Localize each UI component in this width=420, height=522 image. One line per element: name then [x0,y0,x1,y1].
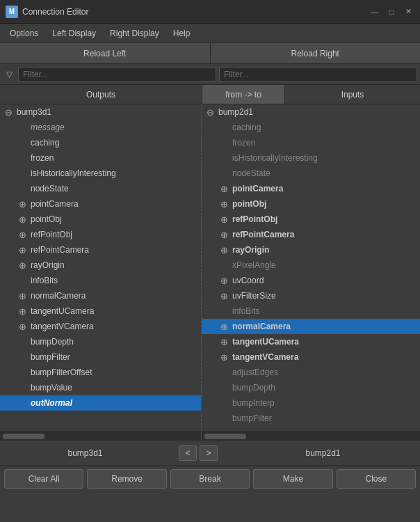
list-item[interactable]: bumpFilter [0,349,201,365]
minimize-button[interactable]: — [369,6,381,18]
menu-help[interactable]: Help [166,26,197,41]
left-list[interactable]: ⊖bump3d1messagecachingfrozenisHistorical… [0,104,201,432]
list-item[interactable]: message [0,120,201,135]
column-headers: Outputs from -> to Inputs [0,85,420,104]
filter-left-input[interactable] [18,67,216,82]
item-label: rayOrigin [31,260,198,270]
col-header-from-to[interactable]: from -> to [202,85,285,104]
list-item[interactable]: ⊕pointCamera [202,181,420,196]
spacer-icon [17,152,28,164]
item-label: refPointCamera [232,230,417,239]
list-item[interactable]: xPixelAngle [202,258,420,273]
item-label: bumpInterp [232,398,417,408]
close-window-button[interactable]: ✕ [402,6,414,18]
list-item[interactable]: ⊕tangentUCamera [202,334,420,349]
right-hscroll[interactable] [202,432,420,440]
item-label: isHistoricallyInteresting [31,168,198,178]
list-item[interactable]: infoBits [0,273,201,288]
list-item[interactable]: nodeState [0,181,201,196]
expand-icon: ⊕ [17,244,28,255]
item-label: refPointCamera [31,245,198,255]
item-label: bumpFilter [31,352,198,362]
menu-right-display[interactable]: Right Display [103,26,166,41]
right-hscroll-thumb [204,434,246,439]
list-item[interactable]: caching [202,120,420,135]
close-button[interactable]: Close [337,469,416,489]
list-item[interactable]: ⊕refPointObj [202,212,420,227]
item-label: pointCamera [232,184,417,193]
collapse-icon: ⊖ [204,106,216,118]
item-label: refPointObj [31,230,198,239]
reload-left-button[interactable]: Reload Left [0,43,210,63]
arrow-right-button[interactable]: > [200,445,218,461]
list-item[interactable]: caching [0,135,201,150]
list-item[interactable]: ⊕normalCamera [0,288,201,303]
item-label: infoBits [232,306,417,316]
break-button[interactable]: Break [170,469,250,489]
list-item[interactable]: outNormal [0,395,201,411]
reload-bar: Reload Left Reload Right [0,43,420,64]
spacer-icon [17,183,28,194]
right-list[interactable]: ⊖bump2d1cachingfrozenisHistoricallyInter… [202,104,420,432]
item-label: bumpDepth [232,383,417,393]
list-item[interactable]: frozen [202,135,420,150]
item-label: bumpValue [31,383,198,393]
list-item[interactable]: ⊕rayOrigin [0,258,201,273]
expand-icon: ⊕ [218,214,229,225]
list-item[interactable]: infoBits [202,303,420,319]
list-item[interactable]: isHistoricallyInteresting [202,150,420,166]
list-item[interactable]: bumpDepth [0,334,201,349]
list-item[interactable]: ⊕uvCoord [202,273,420,288]
col-header-inputs[interactable]: Inputs [285,85,420,104]
spacer-icon [17,382,28,393]
item-label: isHistoricallyInteresting [232,153,417,163]
list-item[interactable]: ⊕pointObj [0,212,201,227]
list-item[interactable]: ⊕pointObj [202,196,420,212]
list-item[interactable]: frozen [0,150,201,166]
spacer-icon [218,397,229,409]
menu-left-display[interactable]: Left Display [45,26,103,41]
item-label: adjustEdges [232,367,417,377]
list-item[interactable]: bumpFilter [202,411,420,426]
list-item[interactable]: ⊕tangentUCamera [0,303,201,319]
expand-icon: ⊕ [218,275,229,286]
col-header-outputs[interactable]: Outputs [0,85,202,104]
spacer-icon [218,152,229,164]
list-item[interactable]: ⊖bump3d1 [0,104,201,120]
remove-button[interactable]: Remove [87,469,166,489]
expand-icon: ⊕ [218,351,229,363]
list-item[interactable]: ⊕refPointCamera [202,227,420,242]
list-item[interactable]: nodeState [202,166,420,181]
expand-icon: ⊕ [218,336,229,347]
filter-right-input[interactable] [219,67,417,82]
list-item[interactable]: bumpDepth [202,380,420,395]
item-label: caching [232,122,417,132]
spacer-icon [17,336,28,347]
list-item[interactable]: adjustEdges [202,365,420,380]
list-item[interactable]: bumpInterp [202,395,420,411]
list-item[interactable]: ⊕uvFilterSize [202,288,420,303]
node-label-row: bump3d1 < > bump2d1 [0,440,420,465]
list-item[interactable]: isHistoricallyInteresting [0,166,201,181]
list-item[interactable]: ⊖bump2d1 [202,104,420,120]
list-item[interactable]: ⊕tangentVCamera [202,349,420,365]
left-hscroll[interactable] [0,432,202,440]
list-item[interactable]: ⊕refPointCamera [0,242,201,258]
clear-all-button[interactable]: Clear All [4,469,83,489]
arrow-left-button[interactable]: < [179,445,197,461]
make-button[interactable]: Make [253,469,332,489]
maximize-button[interactable]: □ [385,6,398,18]
item-label: bumpDepth [31,337,198,347]
item-label: bump3d1 [17,107,198,117]
list-item[interactable]: ⊕rayOrigin [202,242,420,258]
list-item[interactable]: ⊕pointCamera [0,196,201,212]
list-item[interactable]: bumpValue [0,380,201,395]
menu-options[interactable]: Options [3,26,45,41]
list-item[interactable]: bumpFilterOffset [0,365,201,380]
reload-right-button[interactable]: Reload Right [210,43,421,63]
list-item[interactable]: ⊕normalCamera [202,319,420,334]
list-item[interactable]: ⊕refPointObj [0,227,201,242]
list-item[interactable]: ⊕tangentVCamera [0,319,201,334]
expand-icon: ⊕ [17,229,28,240]
spacer-icon [218,306,229,317]
